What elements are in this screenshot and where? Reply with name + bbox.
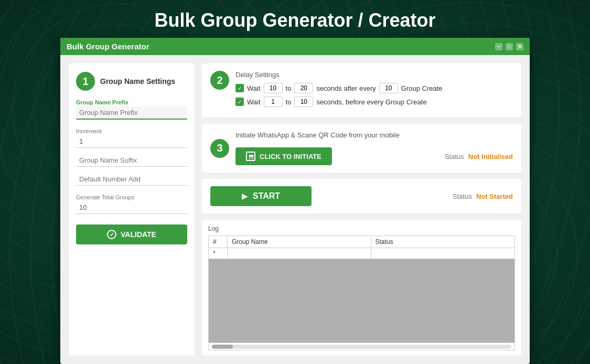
delay-from-2[interactable] xyxy=(264,97,283,107)
right-panel: 2 Delay Settings Wait to seconds after e… xyxy=(202,63,521,356)
start-row: ▶ START Status Not Started xyxy=(210,184,513,208)
delay-to-label-1: to xyxy=(286,84,292,92)
log-table-body: * xyxy=(209,248,514,342)
log-table-header: # Group Name Status xyxy=(209,236,514,248)
delay-every-1[interactable] xyxy=(379,83,398,93)
log-td-num: * xyxy=(209,248,228,259)
minimize-button[interactable]: – xyxy=(495,43,502,50)
initiate-button[interactable]: ⬒ CLICK TO INITIATE xyxy=(235,147,332,165)
log-td-group-name xyxy=(228,248,371,259)
log-label: Log xyxy=(208,225,515,232)
default-number-input[interactable] xyxy=(76,173,187,186)
default-number-field xyxy=(76,173,187,186)
validate-button[interactable]: ✓ VALIDATE xyxy=(76,224,187,244)
table-row: * xyxy=(209,248,514,259)
delay-suffix-1: seconds after every xyxy=(316,84,376,92)
delay-to-2[interactable] xyxy=(294,97,313,107)
log-table-wrapper: # Group Name Status * xyxy=(208,235,515,350)
initiate-status-value: Not Initialised xyxy=(468,153,513,160)
step1-title: Group Name Settings xyxy=(100,77,175,85)
scrollbar-thumb[interactable] xyxy=(212,345,233,349)
start-card: ▶ START Status Not Started xyxy=(202,179,521,213)
initiate-icon: ⬒ xyxy=(246,152,255,161)
suffix-input[interactable] xyxy=(76,154,187,167)
maximize-button[interactable]: □ xyxy=(506,43,513,50)
delay-from-1[interactable] xyxy=(264,83,283,93)
prefix-field: Group Name Prefix xyxy=(76,99,187,120)
delay-checkbox-1[interactable] xyxy=(235,84,244,92)
step1-circle: 1 xyxy=(76,72,95,91)
log-col-group-name: Group Name xyxy=(228,236,371,248)
delay-to-1[interactable] xyxy=(294,83,313,93)
start-button[interactable]: ▶ START xyxy=(210,186,312,206)
page-title: Bulk Group Generator / Creator xyxy=(0,0,590,38)
suffix-field xyxy=(76,154,187,167)
play-icon: ▶ xyxy=(242,192,248,200)
increment-label: Increment xyxy=(76,128,187,134)
titlebar: Bulk Group Generator – □ ✕ xyxy=(60,38,530,55)
titlebar-controls: – □ ✕ xyxy=(495,43,523,50)
window-title: Bulk Group Generator xyxy=(67,42,149,51)
initiate-title: Initiate WhatsApp & Scane QR Code from y… xyxy=(235,131,513,139)
delay-row-1: Wait to seconds after every Group Create xyxy=(235,83,513,93)
initiate-status-label: Status xyxy=(445,153,464,160)
step3-circle: 3 xyxy=(210,139,229,158)
delay-checkbox-2[interactable] xyxy=(235,98,244,106)
increment-field: Increment xyxy=(76,126,187,148)
initiate-status-area: Status Not Initialised xyxy=(445,153,513,160)
log-section: Log # Group Name Status * xyxy=(202,220,521,356)
prefix-input[interactable] xyxy=(76,106,187,120)
delay-suffix-2: seconds, before every Group Create xyxy=(316,98,426,106)
total-groups-field: Generate Total Groups xyxy=(76,192,187,214)
main-content: 1 Group Name Settings Group Name Prefix … xyxy=(60,55,530,364)
log-td-status xyxy=(371,248,515,259)
step1-header: 1 Group Name Settings xyxy=(76,72,187,91)
increment-input[interactable] xyxy=(76,135,187,148)
delay-row-2: Wait to seconds, before every Group Crea… xyxy=(235,97,513,107)
initiate-card: 3 Initiate WhatsApp & Scane QR Code from… xyxy=(202,124,521,173)
initiate-body: Initiate WhatsApp & Scane QR Code from y… xyxy=(235,131,513,165)
start-status-area: Status Not Started xyxy=(453,192,513,200)
initiate-card-step: 3 Initiate WhatsApp & Scane QR Code from… xyxy=(210,131,513,165)
delay-card-step: 2 Delay Settings Wait to seconds after e… xyxy=(210,71,513,110)
total-groups-label: Generate Total Groups xyxy=(76,194,187,200)
close-button[interactable]: ✕ xyxy=(516,43,523,50)
delay-title: Delay Settings xyxy=(235,71,513,79)
initiate-label: CLICK TO INITIATE xyxy=(260,153,321,160)
delay-wait-2: Wait xyxy=(247,98,261,106)
total-groups-input[interactable] xyxy=(76,201,187,214)
delay-end-1: Group Create xyxy=(401,84,443,92)
start-label: START xyxy=(253,191,280,201)
app-window: Bulk Group Generator – □ ✕ 1 Group Name … xyxy=(60,38,530,364)
check-icon: ✓ xyxy=(107,230,116,239)
log-col-num: # xyxy=(209,236,228,248)
step2-circle: 2 xyxy=(210,71,229,90)
left-panel: 1 Group Name Settings Group Name Prefix … xyxy=(69,63,195,356)
delay-to-label-2: to xyxy=(286,98,292,106)
delay-card-body: Delay Settings Wait to seconds after eve… xyxy=(235,71,513,110)
delay-card: 2 Delay Settings Wait to seconds after e… xyxy=(202,63,521,117)
start-status-value: Not Started xyxy=(476,192,513,200)
start-status-label: Status xyxy=(453,192,472,200)
log-col-status: Status xyxy=(371,236,515,248)
delay-wait-1: Wait xyxy=(247,84,261,92)
prefix-label: Group Name Prefix xyxy=(76,99,187,105)
scrollbar-track[interactable] xyxy=(212,345,511,349)
validate-label: VALIDATE xyxy=(121,230,156,239)
log-table-footer xyxy=(209,342,514,350)
